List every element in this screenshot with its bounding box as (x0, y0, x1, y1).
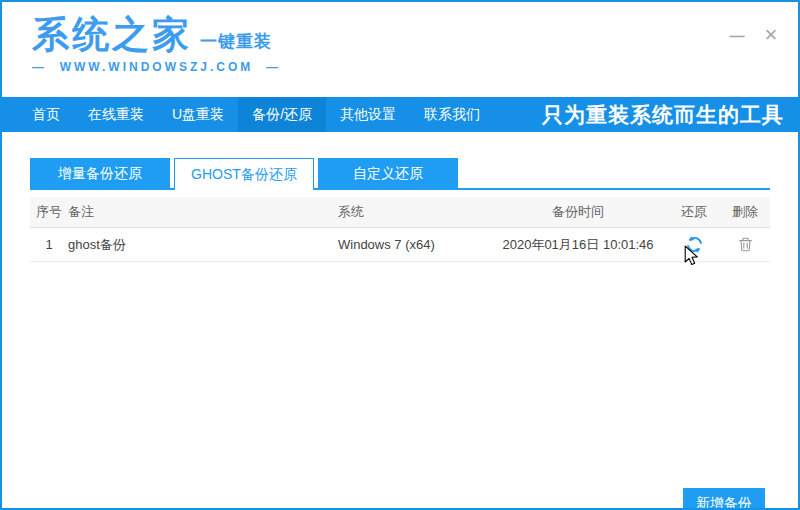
tab-incremental-backup-restore[interactable]: 增量备份还原 (30, 158, 170, 188)
col-header-system: 系统 (338, 203, 488, 221)
tab-bar: 增量备份还原 GHOST备份还原 自定义还原 (30, 158, 770, 190)
cell-system: Windows 7 (x64) (338, 237, 488, 252)
logo-text: 系统之家 (32, 16, 192, 53)
cell-note: ghost备份 (68, 236, 338, 254)
nav-item-online-reinstall[interactable]: 在线重装 (74, 97, 158, 132)
logo-tagline: 一键重装 (200, 30, 272, 53)
table-header-row: 序号 备注 系统 备份时间 还原 删除 (30, 197, 770, 228)
nav-slogan: 只为重装系统而生的工具 (542, 97, 798, 132)
app-window: 系统之家 一键重装 — WWW.WINDOWSZJ.COM — — × 首页 在… (0, 0, 800, 510)
nav-item-home[interactable]: 首页 (18, 97, 74, 132)
delete-trash-icon[interactable] (737, 236, 754, 254)
col-header-time: 备份时间 (488, 203, 668, 221)
nav-item-usb-reinstall[interactable]: U盘重装 (158, 97, 238, 132)
cell-index: 1 (30, 237, 68, 252)
col-header-restore: 还原 (668, 203, 720, 221)
nav-item-other-settings[interactable]: 其他设置 (326, 97, 410, 132)
main-nav: 首页 在线重装 U盘重装 备份/还原 其他设置 联系我们 只为重装系统而生的工具 (2, 97, 798, 132)
cell-time: 2020年01月16日 10:01:46 (488, 236, 668, 254)
minimize-icon[interactable]: — (724, 22, 750, 48)
titlebar: 系统之家 一键重装 — WWW.WINDOWSZJ.COM — — × (2, 2, 798, 97)
nav-item-backup-restore[interactable]: 备份/还原 (238, 97, 326, 132)
close-icon[interactable]: × (758, 22, 784, 48)
table-row: 1 ghost备份 Windows 7 (x64) 2020年01月16日 10… (30, 228, 770, 262)
backup-table: 序号 备注 系统 备份时间 还原 删除 1 ghost备份 Windows 7 … (30, 197, 770, 262)
logo-website: — WWW.WINDOWSZJ.COM — (32, 60, 281, 74)
col-header-index: 序号 (30, 203, 68, 221)
nav-item-contact-us[interactable]: 联系我们 (410, 97, 494, 132)
window-controls: — × (724, 22, 784, 48)
tab-custom-restore[interactable]: 自定义还原 (318, 158, 458, 188)
col-header-note: 备注 (68, 203, 338, 221)
logo: 系统之家 一键重装 — WWW.WINDOWSZJ.COM — (32, 16, 281, 74)
add-backup-button[interactable]: 新增备份 (683, 488, 765, 510)
content-area: 增量备份还原 GHOST备份还原 自定义还原 序号 备注 系统 备份时间 还原 … (2, 158, 798, 510)
restore-icon[interactable] (685, 235, 704, 254)
tab-ghost-backup-restore[interactable]: GHOST备份还原 (174, 158, 314, 190)
col-header-delete: 删除 (720, 203, 770, 221)
